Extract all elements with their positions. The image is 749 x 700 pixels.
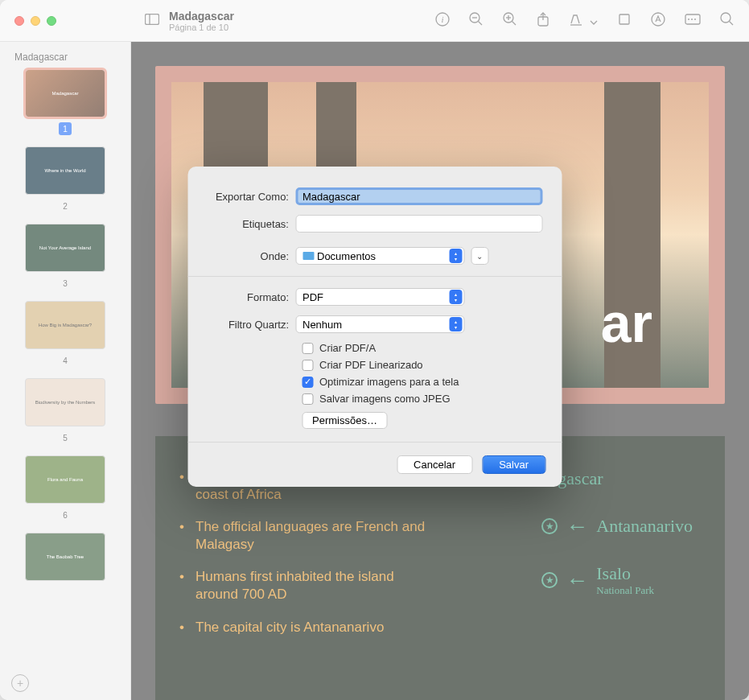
- export-as-label: Exportar Como:: [207, 191, 295, 203]
- export-name-input[interactable]: [295, 187, 542, 205]
- optimize-checkbox[interactable]: ✓: [302, 377, 313, 388]
- jpeg-checkbox[interactable]: [302, 393, 313, 405]
- pdfa-label: Criar PDF/A: [319, 342, 376, 354]
- jpeg-checkbox-row: Salvar imagens como JPEG: [187, 390, 562, 407]
- optimize-checkbox-row: ✓ Optimizar imagens para a tela: [187, 373, 562, 390]
- tags-input[interactable]: [295, 215, 542, 233]
- format-label: Formato:: [207, 291, 295, 303]
- linear-checkbox-row: Criar PDF Linearizado: [187, 356, 562, 373]
- quartz-select[interactable]: Nenhum ▴▾: [295, 315, 464, 333]
- select-arrows-icon: ▴▾: [449, 290, 462, 304]
- linear-checkbox[interactable]: [302, 360, 313, 371]
- save-button[interactable]: Salvar: [482, 455, 545, 474]
- format-row: Formato: PDF ▴▾: [187, 285, 562, 309]
- select-arrows-icon: ▴▾: [449, 317, 462, 331]
- permissions-button[interactable]: Permissões…: [302, 412, 388, 429]
- tags-label: Etiquetas:: [207, 218, 295, 230]
- cancel-button[interactable]: Cancelar: [397, 455, 472, 474]
- quartz-label: Filtro Quartz:: [207, 319, 295, 331]
- where-label: Onde:: [207, 250, 295, 262]
- tags-row: Etiquetas:: [187, 212, 562, 236]
- dialog-footer: Cancelar Salvar: [187, 442, 562, 487]
- where-row: Onde: Documentos ▴▾ ⌄: [187, 244, 562, 268]
- select-arrows-icon: ▴▾: [449, 249, 462, 263]
- expand-location-button[interactable]: ⌄: [471, 247, 488, 265]
- optimize-label: Optimizar imagens para a tela: [319, 376, 459, 388]
- where-select[interactable]: Documentos ▴▾: [295, 247, 464, 265]
- quartz-row: Filtro Quartz: Nenhum ▴▾: [187, 312, 562, 336]
- pdfa-checkbox-row: Criar PDF/A: [187, 340, 562, 356]
- linear-label: Criar PDF Linearizado: [319, 359, 423, 371]
- divider: [187, 276, 562, 277]
- jpeg-label: Salvar imagens como JPEG: [319, 393, 451, 405]
- pdfa-checkbox[interactable]: [302, 343, 313, 354]
- app-window: Madagascar Página 1 de 10 i Madagascar M…: [0, 0, 749, 700]
- export-name-row: Exportar Como:: [187, 184, 562, 208]
- export-dialog: Exportar Como: Etiquetas: Onde: Document…: [187, 167, 562, 487]
- folder-icon: [302, 252, 314, 260]
- format-select[interactable]: PDF ▴▾: [295, 288, 464, 306]
